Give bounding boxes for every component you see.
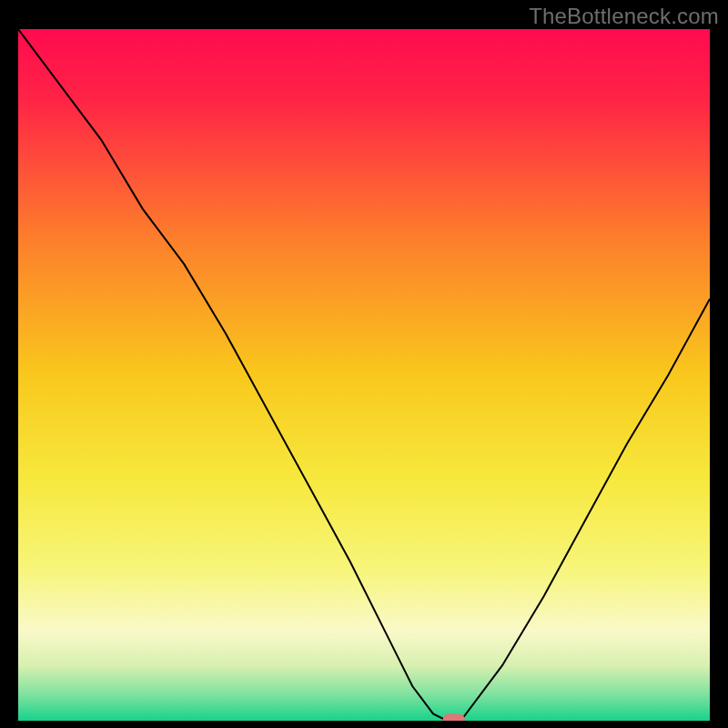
- optimal-marker: [443, 713, 465, 721]
- chart-background: [18, 29, 710, 721]
- watermark-text: TheBottleneck.com: [529, 4, 719, 29]
- bottleneck-chart: [18, 29, 710, 721]
- chart-frame: TheBottleneck.com: [0, 0, 728, 728]
